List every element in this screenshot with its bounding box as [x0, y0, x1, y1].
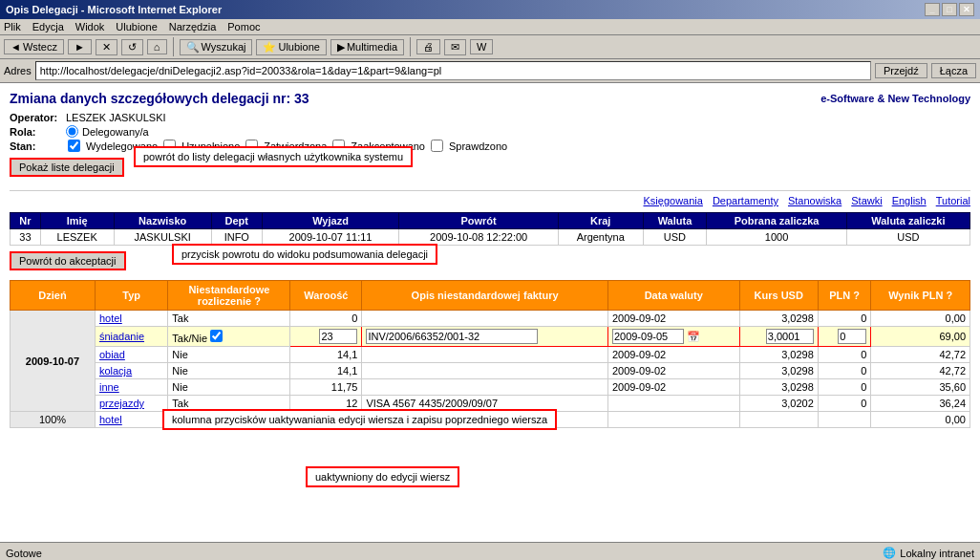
nav-english[interactable]: English — [892, 195, 927, 206]
nav-stanowiska[interactable]: Stanowiska — [788, 195, 842, 206]
multimedia-button[interactable]: ▶ Multimedia — [330, 39, 404, 55]
stan-sprawdzono[interactable] — [431, 140, 443, 152]
col-powrot: Powrót — [399, 213, 559, 229]
search-button[interactable]: 🔍 Wyszukaj — [180, 39, 253, 55]
links-button[interactable]: Łącza — [931, 63, 976, 78]
kurs-input-sniadanie[interactable] — [766, 329, 814, 344]
menu-view[interactable]: Widok — [75, 21, 105, 32]
niestd-sniadanie-check[interactable] — [210, 330, 223, 342]
typ-kolacja[interactable]: kolacja — [95, 363, 167, 379]
nav-tutorial[interactable]: Tutorial — [936, 195, 970, 206]
forward-button[interactable]: ► — [68, 39, 92, 54]
kurs-hotel: 3,0298 — [739, 311, 818, 327]
menu-favorites[interactable]: Ulubione — [116, 21, 157, 32]
favorites-button[interactable]: ⭐ Ulubione — [256, 39, 326, 55]
minimize-button[interactable]: _ — [925, 3, 940, 16]
pct-cell: 100% — [11, 412, 96, 428]
address-label: Adres — [4, 65, 32, 76]
col-nazwisko: Nazwisko — [114, 213, 211, 229]
back-to-acceptance-button[interactable]: Powrót do akceptacji — [10, 251, 126, 270]
wartosc-inne: 11,75 — [290, 379, 362, 396]
typ-inne[interactable]: inne — [95, 379, 167, 396]
wynik-przejazdy: 36,24 — [871, 396, 970, 412]
refresh-button[interactable]: ↺ — [121, 39, 143, 55]
opis-sniadanie[interactable] — [362, 327, 608, 347]
opis-input-sniadanie[interactable] — [366, 329, 538, 344]
stan-wydelegowano[interactable] — [68, 140, 80, 152]
menu-edit[interactable]: Edycja — [32, 21, 64, 32]
menu-file[interactable]: Plik — [4, 21, 21, 32]
rola-value: Delegowany/a — [82, 126, 149, 138]
edit-button[interactable]: W — [470, 39, 493, 54]
nav-ksiegowania[interactable]: Księgowania — [644, 195, 703, 206]
typ-obiad[interactable]: obiad — [95, 347, 167, 363]
maximize-button[interactable]: □ — [942, 3, 957, 16]
status-bar: Gotowe 🌐 Lokalny intranet — [0, 542, 980, 560]
back-button[interactable]: ◄ Wstecz — [4, 39, 64, 54]
nav-stawki[interactable]: Stawki — [851, 195, 882, 206]
col-kraj: Kraj — [558, 213, 643, 229]
data-sniadanie[interactable]: 📅 — [607, 327, 739, 347]
typ-hotel[interactable]: hotel — [95, 311, 167, 327]
typ-hotel2[interactable]: hotel — [95, 412, 167, 428]
typ-przejazdy[interactable]: przejazdy — [95, 396, 167, 412]
callout-4: kolumna przycisków uaktywaniania edycji … — [162, 409, 557, 430]
detail-row-hotel: 2009-10-07 hotel Tak 0 2009-09-02 3,0298… — [11, 311, 970, 327]
home-button[interactable]: ⌂ — [147, 39, 167, 54]
page-title-row: Zmiana danych szczegółowych delegacji nr… — [10, 91, 970, 106]
address-input[interactable] — [35, 61, 871, 80]
cell-nr: 33 — [11, 229, 41, 246]
data-input-sniadanie[interactable] — [612, 329, 684, 344]
th-data: Data waluty — [607, 281, 739, 311]
show-list-button[interactable]: Pokaż liste delegacji — [10, 158, 124, 177]
wartosc-hotel: 0 — [290, 311, 362, 327]
cell-imie: LESZEK — [40, 229, 114, 246]
kurs-sniadanie[interactable] — [739, 327, 818, 347]
close-button[interactable]: ✕ — [959, 3, 974, 16]
cell-powrot: 2009-10-08 12:22:00 — [399, 229, 559, 246]
th-dzien: Dzień — [11, 281, 96, 311]
opis-kolacja — [362, 363, 608, 379]
separator — [173, 37, 174, 56]
kurs-inne: 3,0298 — [739, 379, 818, 396]
print-button[interactable]: 🖨 — [416, 39, 440, 54]
internet-zone: Lokalny intranet — [900, 548, 974, 559]
status-right: 🌐 Lokalny intranet — [883, 547, 974, 559]
col-waluta-zal: Waluta zaliczki — [846, 213, 969, 229]
data-przejazdy — [607, 396, 739, 412]
pln-sniadanie[interactable] — [818, 327, 871, 347]
wartosc-input-sniadanie[interactable] — [319, 329, 357, 344]
kurs-obiad: 3,0298 — [739, 347, 818, 363]
kurs-przejazdy: 3,0202 — [739, 396, 818, 412]
opis-hotel — [362, 311, 608, 327]
menu-help[interactable]: Pomoc — [227, 21, 260, 32]
pln-input-sniadanie[interactable] — [838, 329, 866, 344]
mail-button[interactable]: ✉ — [444, 39, 466, 55]
detail-row-obiad: obiad Nie 14,1 2009-09-02 3,0298 0 42,72 — [11, 347, 970, 363]
detail-row-inne: inne Nie 11,75 2009-09-02 3,0298 0 35,60 — [11, 379, 970, 396]
kurs-hotel2 — [739, 412, 818, 428]
niestd-inne: Nie — [168, 379, 290, 396]
status-left: Gotowe — [6, 548, 42, 559]
nav-departamenty[interactable]: Departamenty — [713, 195, 778, 206]
th-pln: PLN ? — [818, 281, 871, 311]
kurs-kolacja: 3,0298 — [739, 363, 818, 379]
menu-tools[interactable]: Narzędzia — [169, 21, 217, 32]
back-btn-row: Powrót do akceptacji przycisk powrotu do… — [10, 251, 970, 276]
th-wartosc: Waroość — [290, 281, 362, 311]
table-row: 33 LESZEK JASKULSKI INFO 2009-10-07 11:1… — [11, 229, 970, 246]
calendar-icon[interactable]: 📅 — [687, 331, 700, 342]
toolbar: ◄ Wstecz ► ✕ ↺ ⌂ 🔍 Wyszukaj ⭐ Ulubione ▶… — [0, 35, 980, 59]
title-bar-buttons[interactable]: _ □ ✕ — [925, 3, 974, 16]
opis-obiad — [362, 347, 608, 363]
wartosc-sniadanie[interactable] — [290, 327, 362, 347]
th-opis: Opis niestandardowej faktury — [362, 281, 608, 311]
typ-sniadanie[interactable]: śniadanie — [95, 327, 167, 347]
pln-hotel2 — [818, 412, 871, 428]
operator-value: LESZEK JASKULSKI — [66, 112, 166, 123]
pln-hotel: 0 — [818, 311, 871, 327]
rola-radio[interactable] — [66, 125, 78, 138]
stop-button[interactable]: ✕ — [96, 39, 117, 55]
cell-waluta: USD — [643, 229, 707, 246]
go-button[interactable]: Przejdź — [875, 63, 927, 78]
